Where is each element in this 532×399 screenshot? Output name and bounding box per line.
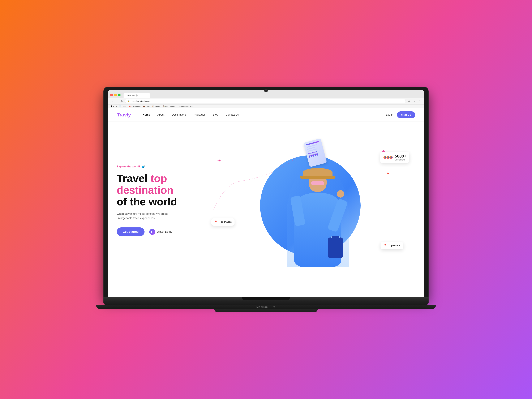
macbook-base <box>103 297 429 305</box>
brand-logo[interactable]: Travly <box>117 112 131 118</box>
top-hotels-label: Top Hotels <box>388 244 400 247</box>
bookmark-lol-guides[interactable]: 📚 LOL Guides <box>163 105 175 108</box>
hero-subtitle: Where adventure meets comfort. We create… <box>117 212 182 220</box>
location-pin-deco: 📍 <box>386 172 390 177</box>
nav-buttons: ‹ › ↻ <box>110 99 124 103</box>
customers-label: Customers <box>395 158 406 161</box>
menu-button[interactable]: ⋮ <box>418 99 422 103</box>
customer-avatar-3: 👤 <box>389 155 393 159</box>
extensions-button[interactable]: ⚙ <box>407 99 411 103</box>
hero-title: Travel topdestination of the world <box>117 173 205 208</box>
profile-button[interactable]: ⊕ <box>412 99 417 103</box>
watch-demo-label: Watch Demo <box>157 230 172 233</box>
tab-bar: New Tab × + <box>124 92 422 98</box>
macbook-stand-base <box>214 309 318 312</box>
nav-link-contact[interactable]: Contact Us <box>226 113 239 116</box>
bookmark-menus[interactable]: 📋 Menus <box>152 105 160 108</box>
customers-info: 5000+ Customers <box>395 154 406 161</box>
macbook-notch <box>242 297 290 300</box>
bookmarks-bar: 📱 Apps 📄 Blogs 🔖 Inspirations 💼 Work 📋 M… <box>108 104 424 108</box>
signup-button[interactable]: Sign Up <box>397 111 415 118</box>
nav-actions: Log In Sign Up <box>386 111 415 118</box>
bag-icon: 🧳 <box>141 165 145 168</box>
nav-link-home[interactable]: Home <box>143 113 150 116</box>
traffic-lights <box>110 94 120 96</box>
minimize-button-traffic[interactable] <box>114 94 117 96</box>
customers-count: 5000+ <box>395 154 406 158</box>
explore-badge-text: Explore the world! <box>117 165 140 168</box>
airplane-icon-left: ✈ <box>217 158 221 163</box>
back-button[interactable]: ‹ <box>110 99 114 103</box>
hero-title-part1: Travel <box>117 172 151 184</box>
bookmarks-separator <box>177 105 177 108</box>
browser-toolbar: ‹ › ↻ 🔒 https://www.travly.com ⚙ ⊕ ⋮ <box>108 98 424 104</box>
maximize-button-traffic[interactable] <box>118 94 120 96</box>
nav-link-about[interactable]: About <box>157 113 164 116</box>
browser-window: New Tab × + ‹ › ↻ 🔒 https:// <box>108 90 424 297</box>
top-places-pin-icon: 📍 <box>214 220 217 224</box>
macbook-container: New Tab × + ‹ › ↻ 🔒 https:// <box>103 87 429 312</box>
nav-link-blog[interactable]: Blog <box>213 113 218 116</box>
top-places-card: 📍 Top Places <box>211 218 234 226</box>
macbook-label-bar: MacBook Pro <box>96 305 436 309</box>
bookmark-inspirations[interactable]: 🔖 Inspirations <box>129 105 140 108</box>
site-navbar: Travly Home About Destinations Packages … <box>108 108 424 121</box>
macbook-screen: New Tab × + ‹ › ↻ 🔒 https:// <box>103 87 429 297</box>
forward-button[interactable]: › <box>115 99 119 103</box>
top-hotels-card: 📍 Top Hotels <box>380 242 403 249</box>
hero-left: Explore the world! 🧳 Travel topdestinati… <box>117 165 205 236</box>
browser-titlebar: New Tab × + <box>108 90 424 98</box>
browser-chrome: New Tab × + ‹ › ↻ 🔒 https:// <box>108 90 424 108</box>
watch-demo-button[interactable]: ▶ Watch Demo <box>149 229 172 235</box>
bookmark-other[interactable]: Other Bookmarks <box>180 105 193 108</box>
hero-actions: Get Started ▶ Watch Demo <box>117 228 205 236</box>
hero-person-image <box>281 152 355 267</box>
browser-tab-active[interactable]: New Tab × <box>124 93 150 98</box>
get-started-button[interactable]: Get Started <box>117 228 145 236</box>
hero-right: ✈ ✈ 📍 <box>205 134 415 267</box>
nav-link-destinations[interactable]: Destinations <box>172 113 186 116</box>
hero-section: Explore the world! 🧳 Travel topdestinati… <box>108 121 424 277</box>
new-tab-button[interactable]: + <box>150 92 155 98</box>
bookmark-blogs[interactable]: 📄 Blogs <box>119 105 126 108</box>
ssl-icon: 🔒 <box>127 100 130 102</box>
refresh-button[interactable]: ↻ <box>120 99 124 103</box>
tab-close-button[interactable]: × <box>136 95 138 96</box>
nav-link-packages[interactable]: Packages <box>194 113 205 116</box>
customers-card: 👤 👤 👤 5000+ Customers <box>380 152 409 163</box>
toolbar-actions: ⚙ ⊕ ⋮ <box>407 99 422 103</box>
website-content: Travly Home About Destinations Packages … <box>108 108 424 277</box>
nav-links: Home About Destinations Packages Blog Co… <box>143 113 386 116</box>
close-button-traffic[interactable] <box>110 94 113 96</box>
top-places-label: Top Places <box>219 221 232 223</box>
url-text: https://www.travly.com <box>131 100 150 102</box>
login-button[interactable]: Log In <box>386 113 393 116</box>
top-hotels-pin-icon: 📍 <box>383 244 387 247</box>
address-bar[interactable]: 🔒 https://www.travly.com <box>125 99 406 103</box>
customers-icon-group: 👤 👤 👤 <box>383 155 393 159</box>
macbook-label-text: MacBook Pro <box>256 305 276 309</box>
tab-title: New Tab <box>127 94 134 97</box>
bookmark-apps[interactable]: 📱 Apps <box>110 105 117 108</box>
explore-badge: Explore the world! 🧳 <box>117 165 145 168</box>
hero-title-part2: of the world <box>117 196 177 208</box>
play-icon: ▶ <box>149 229 155 235</box>
bookmark-work[interactable]: 💼 Work <box>143 105 150 108</box>
